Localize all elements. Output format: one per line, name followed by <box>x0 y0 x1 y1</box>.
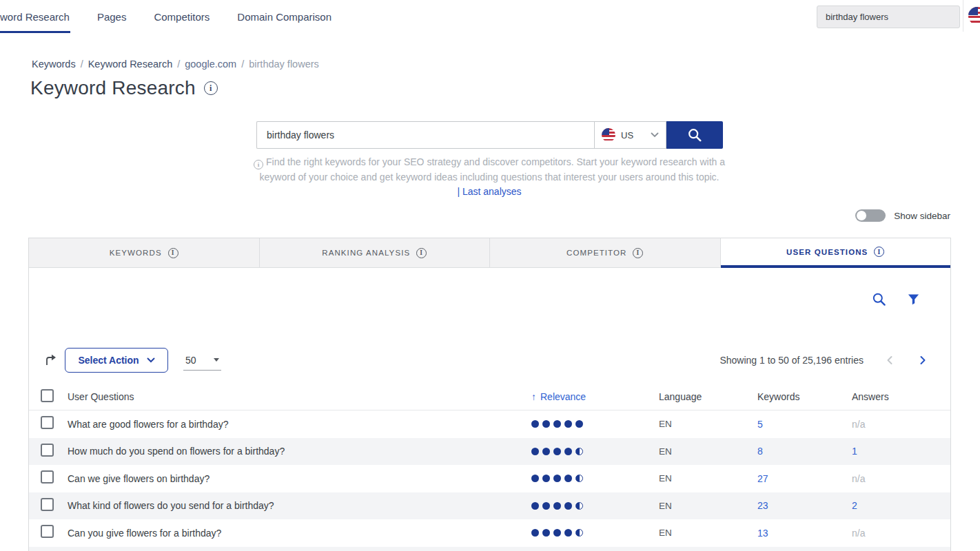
answers-value[interactable]: 1 <box>852 446 857 457</box>
column-header-relevance[interactable]: Relevance <box>531 391 659 402</box>
table-row[interactable]: What are good flowers for a birthday? EN… <box>29 410 950 438</box>
caret-down-icon <box>214 358 219 362</box>
column-header-questions[interactable]: User Questions <box>68 391 531 402</box>
answers-value[interactable]: 2 <box>852 500 857 511</box>
relevance-dot <box>531 448 539 455</box>
row-checkbox[interactable] <box>41 470 54 484</box>
relevance-dot <box>531 529 539 537</box>
relevance-dots <box>531 475 659 482</box>
row-checkbox[interactable] <box>41 444 54 457</box>
relevance-dot <box>531 475 539 482</box>
table-row[interactable]: Can we give flowers on birthday? EN 27 n… <box>29 465 950 492</box>
title-info-icon[interactable] <box>204 81 218 95</box>
breadcrumb: Keywords / Keyword Research / google.com… <box>32 59 319 70</box>
chevron-down-icon <box>651 132 659 138</box>
nav-item-domain-comparison[interactable]: Domain Comparison <box>237 11 331 23</box>
sort-ascending-icon <box>531 391 536 402</box>
toggle-knob <box>857 211 866 220</box>
tab-info-icon[interactable] <box>168 248 178 258</box>
user-questions-table: User Questions Relevance Language Keywor… <box>29 384 950 551</box>
nav-items: word Research Pages Competitors Domain C… <box>0 0 331 33</box>
table-search-icon[interactable] <box>872 292 886 306</box>
relevance-dot <box>575 448 583 455</box>
column-header-language[interactable]: Language <box>659 391 757 402</box>
search-button[interactable] <box>666 121 723 149</box>
relevance-dot <box>542 502 550 510</box>
relevance-dot <box>575 529 583 537</box>
show-sidebar-label: Show sidebar <box>894 211 950 221</box>
tab-info-icon[interactable] <box>416 248 427 258</box>
us-flag-icon <box>602 128 615 142</box>
relevance-dot <box>575 475 583 482</box>
relevance-dot <box>531 420 539 428</box>
page-title: Keyword Research <box>30 77 196 99</box>
nav-item-pages[interactable]: Pages <box>97 11 127 23</box>
table-row[interactable]: Can you give flowers for a birthday? EN … <box>29 519 950 547</box>
language-cell: EN <box>659 473 757 484</box>
tab-competitor[interactable]: COMPETITOR <box>490 238 721 268</box>
nav-item-keyword-research[interactable]: word Research <box>0 11 70 23</box>
tab-ranking-analysis-label: RANKING ANALYSIS <box>322 249 410 257</box>
breadcrumb-keywords[interactable]: Keywords <box>32 59 76 70</box>
topnav-country-area[interactable] <box>963 0 980 32</box>
relevance-header-label: Relevance <box>540 391 586 402</box>
relevance-dot <box>553 529 561 537</box>
relevance-dot <box>542 448 550 455</box>
answers-value: n/a <box>852 473 865 484</box>
page-size-select[interactable]: 50 <box>183 350 221 371</box>
tab-keywords[interactable]: KEYWORDS <box>29 238 260 268</box>
keywords-count-link[interactable]: 27 <box>757 473 768 484</box>
help-info-icon <box>254 160 263 169</box>
keyword-search-input[interactable] <box>256 121 594 149</box>
relevance-dot <box>564 420 572 428</box>
filter-icon[interactable] <box>907 293 920 306</box>
keywords-count-link[interactable]: 8 <box>757 446 763 457</box>
row-checkbox[interactable] <box>41 525 54 538</box>
column-header-keywords[interactable]: Keywords <box>757 391 852 402</box>
search-icon <box>687 127 702 143</box>
pagination-prev-icon[interactable] <box>886 355 894 365</box>
column-header-answers[interactable]: Answers <box>852 391 950 402</box>
relevance-dots <box>531 529 659 537</box>
select-all-checkbox[interactable] <box>41 389 54 402</box>
select-action-button[interactable]: Select Action <box>65 348 168 373</box>
tab-competitor-label: COMPETITOR <box>566 249 626 257</box>
breadcrumb-domain[interactable]: google.com <box>185 59 236 70</box>
help-line-2: keyword of your choice and get keyword i… <box>260 171 719 183</box>
nav-item-competitors[interactable]: Competitors <box>154 11 210 23</box>
row-checkbox[interactable] <box>41 416 54 429</box>
answers-value: n/a <box>852 419 865 430</box>
us-flag-icon <box>968 7 980 25</box>
country-select[interactable]: US <box>594 121 666 149</box>
topnav-search-input[interactable] <box>817 6 960 28</box>
entries-count-text: Showing 1 to 50 of 25,196 entries <box>719 355 864 366</box>
pagination-next-icon[interactable] <box>919 355 927 365</box>
page-size-value: 50 <box>185 355 196 366</box>
tab-info-icon[interactable] <box>633 248 643 258</box>
export-icon[interactable] <box>44 353 58 367</box>
table-tools <box>872 292 920 306</box>
relevance-dot <box>564 448 572 455</box>
relevance-dot <box>564 502 572 510</box>
table-toolbar: Select Action 50 Showing 1 to 50 of 25,1… <box>29 348 950 373</box>
tab-user-questions-label: USER QUESTIONS <box>786 248 868 256</box>
show-sidebar-toggle[interactable] <box>855 209 886 222</box>
relevance-dot <box>542 420 550 428</box>
row-checkbox[interactable] <box>41 498 54 511</box>
page-title-row: Keyword Research <box>30 77 218 99</box>
relevance-dot <box>553 448 561 455</box>
keywords-count-link[interactable]: 5 <box>757 419 763 430</box>
table-row[interactable]: How much do you spend on flowers for a b… <box>29 438 950 466</box>
keywords-count-link[interactable]: 13 <box>757 528 768 539</box>
relevance-dot <box>542 475 550 482</box>
last-analyses-link[interactable]: | Last analyses <box>228 186 751 197</box>
keywords-count-link[interactable]: 23 <box>757 500 768 511</box>
tab-user-questions[interactable]: USER QUESTIONS <box>721 238 951 268</box>
table-row[interactable]: What kind of flowers do you send for a b… <box>29 492 950 520</box>
result-tabs: KEYWORDS RANKING ANALYSIS COMPETITOR USE… <box>29 238 950 268</box>
breadcrumb-keyword-research[interactable]: Keyword Research <box>88 59 173 70</box>
tab-info-icon[interactable] <box>874 247 884 257</box>
relevance-dot <box>575 420 583 428</box>
relevance-dot <box>553 502 561 510</box>
tab-ranking-analysis[interactable]: RANKING ANALYSIS <box>260 238 491 268</box>
